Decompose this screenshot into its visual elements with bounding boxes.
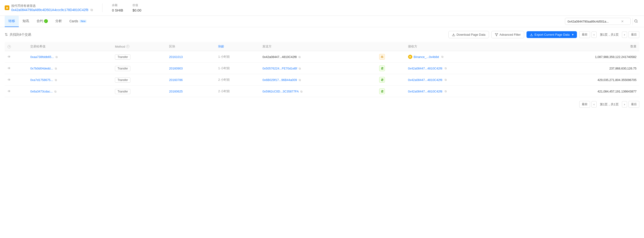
- receiver-link[interactable]: Binance_...0x4b8d: [414, 55, 439, 59]
- search-input[interactable]: [568, 20, 619, 23]
- txhash-link[interactable]: 0x6a3473cdac...: [30, 90, 52, 93]
- receiver-copy-icon[interactable]: ⧉: [445, 67, 447, 70]
- row-direction-cell: 进: [376, 86, 405, 97]
- method-info-icon[interactable]: ?: [126, 45, 130, 48]
- block-link[interactable]: 20160625: [169, 90, 183, 93]
- txhash-copy-icon[interactable]: ⧉: [54, 90, 56, 93]
- tab-contract[interactable]: 合约 ✓: [33, 16, 52, 27]
- transactions-table: ? 交易哈希值 Method ? 区块 块龄 发送方 接收方 数量: [5, 42, 639, 97]
- export-dropdown-icon: ▾: [572, 33, 574, 36]
- row-method-cell: Transfer: [112, 51, 166, 63]
- block-link[interactable]: 20161013: [169, 55, 183, 59]
- sender-copy-icon[interactable]: ⧉: [299, 78, 301, 82]
- sender-link[interactable]: 0x6B029f17...96B44a009: [262, 78, 297, 82]
- search-input-wrapper[interactable]: ✕: [565, 18, 631, 25]
- filter-label: Advanced Filter: [500, 33, 521, 36]
- txhash-link[interactable]: 0x7b0d04dedd...: [30, 67, 53, 70]
- row-method-cell: Transfer: [112, 86, 166, 97]
- tab-knowledge[interactable]: 知讯: [19, 16, 33, 27]
- method-badge: Transfer: [115, 77, 130, 83]
- txhash-link[interactable]: 0xaa738fddb65...: [30, 55, 54, 59]
- receiver-link[interactable]: 0x42a08447...4810C42f8: [408, 78, 442, 82]
- row-age-cell: 2 小时前: [215, 74, 260, 86]
- value-section: 价值 $0.00: [132, 3, 142, 12]
- prev-page-button[interactable]: ‹: [592, 32, 597, 38]
- receiver-copy-icon[interactable]: ⧉: [445, 78, 447, 81]
- row-receiver-cell: B Binance_...0x4b8d ⧉: [405, 51, 519, 63]
- eye-icon[interactable]: 👁: [8, 89, 11, 93]
- top-bar: ⊞ 按代币持有者筛选 0x42a0844790aA89c4D501A4ccc9c…: [0, 0, 644, 16]
- filter-button[interactable]: Advanced Filter: [491, 31, 524, 38]
- tab-analysis[interactable]: 分析: [52, 16, 66, 27]
- sender-copy-icon[interactable]: ⧉: [299, 67, 301, 70]
- table-row: 👁 0xaa738fddb65... ⧉ Transfer 20161013 1…: [5, 51, 639, 63]
- direction-badge: 进: [379, 66, 385, 71]
- age-text: 2 小时前: [218, 78, 230, 81]
- last-page-button[interactable]: 最后: [628, 31, 639, 38]
- age-text: 1 小时前: [218, 66, 230, 70]
- txhash-link[interactable]: 0xa7d1758675...: [30, 78, 53, 82]
- eye-icon[interactable]: 👁: [8, 66, 11, 70]
- bottom-last-page-button[interactable]: 最后: [628, 101, 639, 108]
- row-amount-cell: 1,087,988,359,122.241740582: [518, 51, 639, 63]
- tab-transfer[interactable]: 转移: [5, 16, 19, 27]
- tab-cards[interactable]: Cards New: [66, 16, 90, 27]
- amount-value: 237,868,630,126.75: [609, 67, 636, 70]
- download-label: Download Page Data: [456, 33, 486, 36]
- table-row: 👁 0xa7d1758675... ⧉ Transfer 20160786 2 …: [5, 74, 639, 86]
- amount-value: 1,087,988,359,122.241740582: [595, 55, 636, 59]
- address-copy-icon[interactable]: ⧉: [90, 8, 93, 12]
- row-sender-cell: 0x42a08447...4810C42f8 ⧉: [260, 51, 376, 63]
- sender-link[interactable]: 0x50576224...FE70d1eBf: [262, 67, 297, 70]
- txhash-copy-icon[interactable]: ⧉: [55, 78, 57, 82]
- bottom-next-page-button[interactable]: ›: [622, 101, 627, 108]
- filter-label: 按代币持有者筛选: [11, 4, 93, 8]
- toolbar: ⇅ 共找到4个交易 Download Page Data Advanced Fi…: [5, 31, 639, 38]
- receiver-link[interactable]: 0x42a08447...4810C42f8: [408, 67, 442, 70]
- th-txhash: 交易哈希值: [28, 42, 112, 51]
- row-eye-cell: 👁: [5, 51, 28, 63]
- method-badge: Transfer: [115, 89, 130, 94]
- row-method-cell: Transfer: [112, 74, 166, 86]
- table-row: 👁 0x6a3473cdac... ⧉ Transfer 20160625 2 …: [5, 86, 639, 97]
- th-direction: [376, 42, 405, 51]
- search-bar: ✕: [565, 18, 639, 25]
- search-button[interactable]: [632, 18, 639, 25]
- row-block-cell: 20161013: [166, 51, 215, 63]
- row-txhash-cell: 0xa7d1758675... ⧉: [28, 74, 112, 86]
- th-question-icon[interactable]: ?: [8, 45, 11, 48]
- direction-badge: 进: [379, 77, 385, 83]
- row-age-cell: 1 小时前: [215, 63, 260, 74]
- download-button[interactable]: Download Page Data: [448, 31, 489, 38]
- bottom-prev-page-button[interactable]: ‹: [592, 101, 597, 108]
- filter-address[interactable]: 0x42a0844790aA89c4D501A4ccc9c178D4810C42…: [11, 8, 88, 12]
- filter-info: 按代币持有者筛选 0x42a0844790aA89c4D501A4ccc9c17…: [11, 4, 93, 12]
- direction-badge: 进: [379, 89, 385, 94]
- sender-link[interactable]: 0x5962cC0D...3C35877FA: [262, 90, 298, 93]
- eye-icon[interactable]: 👁: [8, 55, 11, 59]
- toolbar-right: Download Page Data Advanced Filter Expor…: [448, 31, 577, 38]
- first-page-button[interactable]: 最前: [579, 31, 590, 38]
- receiver-copy-icon[interactable]: ⧉: [445, 90, 447, 93]
- bottom-first-page-button[interactable]: 最前: [579, 101, 590, 108]
- txhash-copy-icon[interactable]: ⧉: [55, 67, 57, 70]
- binance-icon: B: [408, 55, 412, 59]
- sender-copy-icon[interactable]: ⧉: [298, 55, 301, 59]
- row-receiver-cell: 0x42a08447...4810C42f8 ⧉: [405, 63, 519, 74]
- eye-icon[interactable]: 👁: [8, 78, 11, 82]
- balance-value: 0 SHIB: [112, 8, 123, 12]
- row-amount-cell: 237,868,630,126.75: [518, 63, 639, 74]
- export-button[interactable]: Export Current Page Data ▾: [526, 31, 577, 38]
- receiver-link[interactable]: 0x42a08447...4810C42f8: [408, 90, 442, 93]
- receiver-copy-icon[interactable]: ⧉: [441, 55, 444, 59]
- method-badge: Transfer: [115, 55, 130, 60]
- next-page-button[interactable]: ›: [622, 32, 627, 38]
- svg-point-0: [634, 20, 637, 22]
- search-clear-icon[interactable]: ✕: [621, 20, 624, 23]
- th-method: Method ?: [112, 42, 166, 51]
- row-txhash-cell: 0x7b0d04dedd... ⧉: [28, 63, 112, 74]
- sender-copy-icon[interactable]: ⧉: [300, 90, 302, 93]
- txhash-copy-icon[interactable]: ⧉: [56, 55, 58, 59]
- block-link[interactable]: 20160786: [169, 78, 183, 82]
- block-link[interactable]: 20160903: [169, 67, 183, 70]
